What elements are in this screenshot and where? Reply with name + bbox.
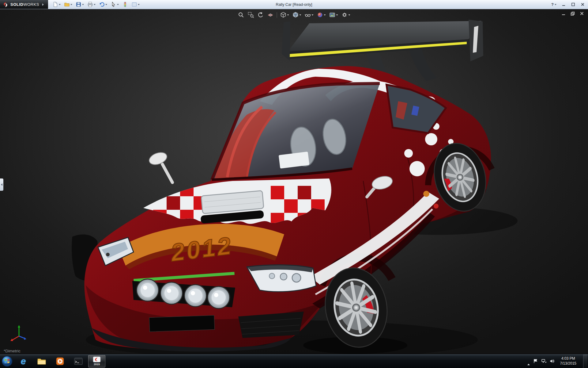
graphics-area[interactable]: 2012 [0, 9, 588, 354]
volume-button[interactable] [549, 358, 555, 364]
save-icon [76, 2, 81, 7]
save-button[interactable] [74, 1, 85, 8]
zoom-to-area-icon [248, 12, 254, 18]
menu-expand-icon[interactable] [42, 3, 44, 6]
open-button[interactable] [63, 1, 74, 8]
new-document-icon [52, 2, 58, 7]
print-button[interactable] [86, 1, 97, 8]
hood-scoop [199, 190, 265, 224]
dropdown-caret-icon[interactable] [287, 14, 289, 16]
titlebar-window-controls: ? [551, 2, 588, 7]
display-style-button[interactable] [292, 11, 302, 18]
taskbar: e 2015 [0, 354, 588, 368]
dropdown-caret-icon[interactable] [70, 4, 72, 5]
network-button[interactable] [541, 358, 546, 364]
previous-view-button[interactable] [257, 11, 264, 18]
display-style-icon [292, 12, 299, 18]
minimize-button[interactable] [561, 2, 566, 7]
view-settings-button[interactable] [341, 11, 351, 18]
hide-show-items-button[interactable] [304, 11, 314, 18]
feature-manager-collapsed-tab[interactable] [0, 178, 3, 191]
doc-close-button[interactable] [579, 11, 584, 16]
orientation-triad [8, 323, 30, 345]
rebuild-button[interactable] [121, 1, 129, 8]
volume-icon [549, 358, 555, 364]
media-player-icon [56, 357, 64, 365]
standard-toolbar [51, 1, 141, 8]
folder-icon [37, 358, 46, 365]
system-tray: 4:03 PM 7/13/2015 [527, 354, 588, 368]
zoom-to-fit-button[interactable] [238, 11, 245, 18]
select-cursor-icon [111, 2, 116, 7]
view-orientation-button[interactable] [280, 11, 289, 18]
section-view-button[interactable] [267, 11, 274, 18]
dropdown-caret-icon[interactable] [117, 4, 119, 5]
taskbar-item-media-player[interactable] [51, 355, 69, 367]
rebuild-traffic-light-icon [122, 2, 128, 7]
close-button[interactable] [580, 2, 585, 7]
window-title: Rally Car [Read-only] [276, 2, 312, 7]
apply-scene-button[interactable] [329, 11, 338, 18]
action-center-button[interactable] [533, 358, 538, 364]
dropdown-caret-icon[interactable] [59, 4, 61, 5]
solidworks-logo: SOLIDWORKS [0, 0, 48, 9]
select-button[interactable] [109, 1, 120, 8]
taskbar-item-file-explorer[interactable] [33, 355, 50, 367]
dropdown-caret-icon[interactable] [300, 14, 301, 16]
doc-minimize-icon [561, 11, 566, 16]
zoom-to-area-button[interactable] [247, 11, 254, 18]
start-button[interactable] [0, 354, 14, 368]
view-settings-gear-icon [341, 12, 348, 18]
show-desktop-button[interactable] [583, 354, 587, 368]
solidworks-logo-text: SOLIDWORKS [10, 2, 39, 7]
license-plate [149, 315, 214, 332]
maximize-button[interactable] [571, 2, 575, 7]
file-properties-icon [131, 2, 137, 7]
taskbar-item-internet-explorer[interactable]: e [15, 355, 32, 367]
dropdown-caret-icon[interactable] [82, 4, 84, 5]
taskbar-clock[interactable]: 4:03 PM 7/13/2015 [558, 356, 579, 366]
undo-icon [99, 2, 105, 7]
undo-button[interactable] [98, 1, 108, 8]
solidworks-app-icon [93, 356, 101, 362]
internet-explorer-icon: e [21, 357, 26, 366]
maximize-icon [571, 2, 575, 7]
open-folder-icon [64, 2, 70, 7]
view-orientation-label: *Dimetric [4, 349, 21, 353]
dropdown-caret-icon[interactable] [336, 14, 338, 16]
solidworks-version-badge: 2015 [94, 363, 100, 366]
dropdown-caret-icon[interactable] [94, 4, 96, 5]
doc-minimize-button[interactable] [561, 11, 566, 16]
taskbar-item-solidworks-2015[interactable]: 2015 [88, 355, 105, 367]
windows-start-icon [1, 355, 13, 367]
doc-close-icon [579, 11, 584, 16]
doc-restore-button[interactable] [570, 11, 575, 16]
dropdown-caret-icon[interactable] [138, 4, 140, 5]
apply-scene-icon [329, 12, 336, 18]
show-hidden-icons-button[interactable] [527, 358, 530, 364]
print-icon [87, 2, 93, 7]
edit-appearance-button[interactable] [317, 11, 326, 18]
dropdown-caret-icon[interactable] [312, 14, 314, 16]
network-icon [541, 358, 546, 364]
titlebar: SOLIDWORKS [0, 0, 588, 9]
command-window-icon [74, 358, 83, 365]
clock-date: 7/13/2015 [560, 361, 576, 366]
dropdown-caret-icon[interactable] [349, 14, 350, 16]
previous-view-icon [258, 12, 264, 18]
minimize-icon [561, 2, 566, 7]
help-button[interactable]: ? [551, 2, 556, 7]
chevron-left-icon [1, 183, 2, 186]
dropdown-caret-icon[interactable] [324, 14, 326, 16]
file-properties-button[interactable] [130, 1, 141, 8]
dropdown-caret-icon[interactable] [555, 4, 556, 5]
clock-time: 4:03 PM [560, 356, 576, 361]
dropdown-caret-icon[interactable] [105, 4, 107, 5]
close-icon [580, 2, 585, 7]
action-center-flag-icon [533, 358, 538, 364]
new-document-button[interactable] [51, 1, 62, 8]
view-orientation-cube-icon [280, 12, 287, 18]
zoom-to-fit-icon [238, 12, 244, 18]
section-view-icon [267, 12, 274, 18]
taskbar-item-command-window[interactable] [70, 355, 87, 367]
